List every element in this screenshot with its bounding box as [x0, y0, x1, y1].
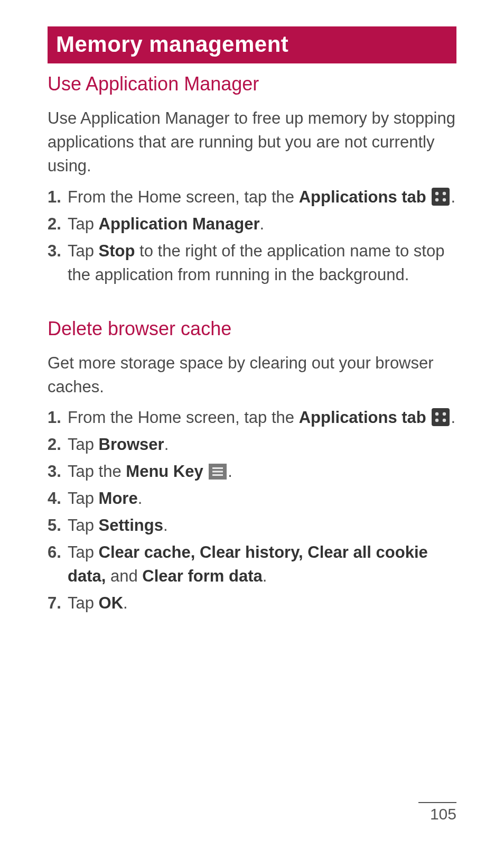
svg-rect-8: [212, 467, 223, 469]
step-text: Tap Stop to the right of the application…: [68, 242, 444, 284]
step-text: Tap OK.: [68, 594, 128, 612]
menu-key-icon: [209, 464, 227, 480]
apps-tab-icon: [432, 188, 450, 206]
step-text: From the Home screen, tap the Applicatio…: [68, 188, 455, 206]
step-item: 7.Tap OK.: [48, 592, 456, 615]
steps-list-appmgr: 1.From the Home screen, tap the Applicat…: [48, 186, 456, 287]
step-text: Tap Browser.: [68, 435, 169, 454]
section-heading-appmgr: Use Application Manager: [48, 73, 456, 95]
svg-point-5: [443, 412, 446, 416]
step-text: From the Home screen, tap the Applicatio…: [68, 408, 455, 427]
step-number: 7.: [48, 592, 61, 615]
svg-point-3: [443, 198, 446, 201]
step-item: 3.Tap Stop to the right of the applicati…: [48, 239, 456, 287]
step-number: 3.: [48, 239, 61, 263]
svg-point-1: [443, 192, 446, 195]
step-item: 6.Tap Clear cache, Clear history, Clear …: [48, 541, 456, 588]
svg-point-7: [443, 419, 446, 422]
step-item: 1.From the Home screen, tap the Applicat…: [48, 186, 456, 209]
step-item: 2.Tap Browser.: [48, 433, 456, 457]
step-item: 1.From the Home screen, tap the Applicat…: [48, 406, 456, 430]
step-text: Tap the Menu Key .: [68, 462, 232, 481]
step-number: 2.: [48, 433, 61, 457]
section-intro-cache: Get more storage space by clearing out y…: [48, 352, 456, 399]
step-item: 2.Tap Application Manager.: [48, 213, 456, 236]
step-number: 2.: [48, 213, 61, 236]
step-text: Tap Clear cache, Clear history, Clear al…: [68, 543, 428, 585]
step-item: 3.Tap the Menu Key .: [48, 460, 456, 484]
step-text: Tap More.: [68, 489, 142, 508]
step-number: 1.: [48, 186, 61, 209]
svg-point-0: [435, 192, 438, 195]
page-number-container: 105: [418, 802, 456, 823]
manual-page: Memory management Use Application Manage…: [0, 0, 504, 857]
svg-point-2: [435, 198, 438, 201]
section-heading-cache: Delete browser cache: [48, 318, 456, 340]
page-title-bar: Memory management: [48, 26, 456, 63]
svg-point-4: [435, 412, 438, 416]
step-item: 5.Tap Settings.: [48, 514, 456, 538]
section-intro-appmgr: Use Application Manager to free up memor…: [48, 107, 456, 178]
step-text: Tap Application Manager.: [68, 215, 264, 233]
step-number: 5.: [48, 514, 61, 538]
svg-point-6: [435, 419, 438, 422]
page-number: 105: [418, 805, 456, 823]
step-number: 1.: [48, 406, 61, 430]
svg-rect-9: [212, 471, 223, 473]
step-text: Tap Settings.: [68, 516, 168, 535]
page-title: Memory management: [56, 32, 288, 57]
apps-tab-icon: [432, 408, 450, 426]
step-number: 3.: [48, 460, 61, 484]
step-number: 4.: [48, 487, 61, 511]
steps-list-cache: 1.From the Home screen, tap the Applicat…: [48, 406, 456, 615]
step-item: 4.Tap More.: [48, 487, 456, 511]
page-number-rule: [418, 802, 456, 803]
svg-rect-10: [212, 474, 223, 476]
step-number: 6.: [48, 541, 61, 565]
